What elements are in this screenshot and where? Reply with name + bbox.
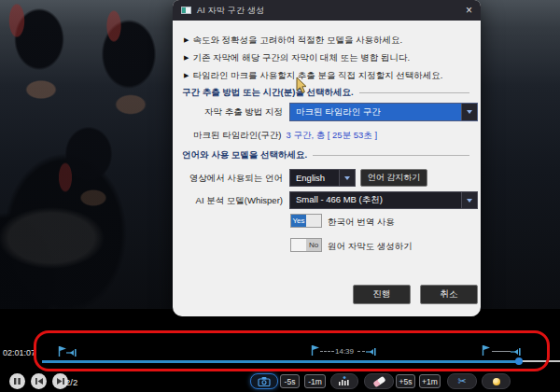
hint-text: 기존 자막에 해당 구간의 자막이 대체 또는 병합 됩니다. xyxy=(192,52,410,64)
bullet-arrow-icon: ▶ xyxy=(184,35,189,47)
add-mark-button[interactable] xyxy=(330,373,358,389)
seek-back-1m-button[interactable]: -1m xyxy=(304,374,326,388)
annotation-red-box xyxy=(34,330,550,371)
player-window: AI 자막 구간 생성 × ▶ 속도와 정확성을 고려하여 적절한 모델을 사용… xyxy=(0,0,560,392)
timeline-remaining[interactable] xyxy=(521,360,560,362)
skip-forward-icon xyxy=(56,377,65,385)
cancel-button[interactable]: 취소 xyxy=(420,285,478,304)
toggle-yes-side[interactable]: Yes xyxy=(291,215,306,227)
dialog-titlebar[interactable]: AI 자막 구간 생성 × xyxy=(173,0,481,21)
seek-forward-5s-button[interactable]: +5s xyxy=(396,374,415,388)
marked-timeline-row: 마크된 타임라인(구간) 3 구간, 총 [ 25분 53초 ] xyxy=(193,130,377,142)
tip-button[interactable] xyxy=(482,373,511,389)
pause-icon xyxy=(13,377,21,385)
translate-korean-label: 한국어 번역 사용 xyxy=(328,217,395,229)
screenshot-button[interactable] xyxy=(250,373,278,389)
model-label: AI 분석 모델(Whisper) xyxy=(189,195,283,207)
toggle-off-side[interactable] xyxy=(291,239,306,251)
chevron-down-icon[interactable] xyxy=(339,170,355,186)
model-selected-value: Small - 466 MB (추천) xyxy=(290,192,461,208)
divider xyxy=(359,92,469,93)
method-label: 자막 추출 방법 지정 xyxy=(199,106,283,119)
section-header-language: 언어와 사용 모델을 선택하세요. xyxy=(182,149,469,161)
proceed-button[interactable]: 진행 xyxy=(353,285,411,304)
hint-line: ▶ 기존 자막에 해당 구간의 자막이 대체 또는 병합 됩니다. xyxy=(184,52,410,64)
camera-icon xyxy=(258,376,271,386)
model-select[interactable]: Small - 466 MB (추천) xyxy=(289,191,478,209)
dialog-title: AI 자막 구간 생성 xyxy=(197,5,264,17)
scissors-icon: ✂ xyxy=(457,376,466,386)
original-subtitle-toggle[interactable]: No xyxy=(290,238,322,252)
chevron-down-icon[interactable] xyxy=(461,104,477,120)
dialog-app-icon xyxy=(181,7,191,14)
chevron-down-icon[interactable] xyxy=(461,192,477,208)
marked-timeline-label: 마크된 타임라인(구간) xyxy=(193,130,281,142)
bullet-arrow-icon: ▶ xyxy=(184,52,189,64)
timeline-thumb[interactable] xyxy=(515,357,523,365)
playlist-position: 2/2 xyxy=(65,377,77,387)
previous-button[interactable] xyxy=(31,373,47,389)
mark-dash-line xyxy=(357,351,365,352)
hint-text: 속도와 정확성을 고려하여 적절한 모델을 사용하세요. xyxy=(192,35,402,47)
seek-forward-1m-button[interactable]: +1m xyxy=(419,374,441,388)
mark-line xyxy=(492,351,511,352)
timeline-mark-end-icon[interactable] xyxy=(366,347,377,357)
mark-dash-line xyxy=(320,351,334,352)
timeline-mark-end-icon[interactable] xyxy=(511,347,522,357)
hint-line: ▶ 타임라인 마크를 사용할지 추출 분을 직접 지정할지 선택하세요. xyxy=(184,70,443,82)
section-header-text: 언어와 사용 모델을 선택하세요. xyxy=(182,149,307,161)
toggle-off-side[interactable] xyxy=(306,215,321,227)
timeline-progress[interactable] xyxy=(42,360,521,363)
skip-back-icon xyxy=(35,377,44,385)
lightbulb-icon xyxy=(493,378,500,385)
language-select[interactable]: English xyxy=(289,169,356,187)
translate-korean-toggle[interactable]: Yes xyxy=(290,214,322,228)
hint-line: ▶ 속도와 정확성을 고려하여 적절한 모델을 사용하세요. xyxy=(184,35,402,47)
eraser-icon xyxy=(372,375,385,386)
pause-button[interactable] xyxy=(9,373,25,389)
marked-timeline-value: 3 구간, 총 [ 25분 53초 ] xyxy=(286,130,377,142)
language-selected-value: English xyxy=(290,170,339,186)
current-time: 02:01:07 xyxy=(3,348,35,357)
timeline-marks-icon xyxy=(338,376,351,386)
erase-marks-button[interactable] xyxy=(364,373,394,389)
method-selected-value: 마크된 타임라인 구간 xyxy=(290,104,461,120)
detect-language-button[interactable]: 언어 감지하기 xyxy=(360,169,427,187)
method-select[interactable]: 마크된 타임라인 구간 xyxy=(289,103,478,121)
timeline-mark-end-icon[interactable] xyxy=(66,348,77,357)
cut-section-button[interactable]: ✂ xyxy=(447,373,477,389)
language-label: 영상에서 사용되는 언어 xyxy=(178,173,283,185)
hint-text: 타임라인 마크를 사용할지 추출 분을 직접 지정할지 선택하세요. xyxy=(192,70,442,82)
timeline-mark-flag-icon[interactable] xyxy=(482,343,491,357)
seek-back-5s-button[interactable]: -5s xyxy=(280,374,300,388)
section-header-method: 구간 추출 방법 또는 시간(분)을 선택하세요. xyxy=(182,87,469,99)
mouse-cursor-icon xyxy=(296,77,308,94)
close-icon[interactable]: × xyxy=(466,5,472,16)
timeline-mark-flag-icon[interactable] xyxy=(311,343,320,357)
toggle-no-side[interactable]: No xyxy=(306,239,321,251)
section-header-text: 구간 추출 방법 또는 시간(분)을 선택하세요. xyxy=(182,87,354,99)
bullet-arrow-icon: ▶ xyxy=(184,70,189,82)
original-subtitle-label: 원어 자막도 생성하기 xyxy=(328,241,413,253)
mark-duration: 14:39 xyxy=(335,347,354,356)
ai-subtitle-dialog: AI 자막 구간 생성 × ▶ 속도와 정확성을 고려하여 적절한 모델을 사용… xyxy=(173,0,481,316)
divider xyxy=(313,155,469,156)
